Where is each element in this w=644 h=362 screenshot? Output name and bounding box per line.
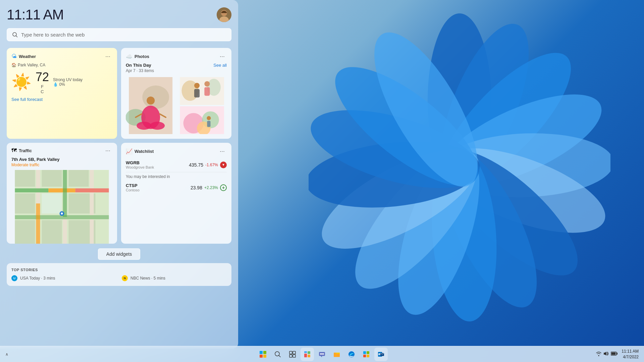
traffic-icon: 🗺 [11,147,17,154]
stock-ticker-wgrb: WGRB [126,160,154,165]
stock-badge-pos-ctsp: + [220,184,227,191]
story-item-1[interactable]: N NBC News · 5 mins [122,275,227,281]
svg-rect-78 [308,351,310,354]
battery-icon[interactable] [611,351,618,357]
weather-description: Strong UV today [53,77,83,82]
search-placeholder: Type here to search the web [21,32,85,38]
store-button[interactable] [360,348,373,361]
time-display: 11:11 AM [7,7,63,23]
search-icon [12,32,18,38]
svg-point-83 [321,353,323,355]
chat-button[interactable] [315,348,329,361]
svg-rect-97 [616,353,618,355]
stock-ticker-ctsp: CTSP [126,183,140,188]
weather-details: Strong UV today 💧 0% [53,77,83,87]
svg-rect-63 [36,203,40,244]
start-button[interactable] [256,348,270,361]
stock-name-ctsp: Contoso [126,188,140,192]
nbc-news-icon: N [122,275,128,281]
photos-icon: ☁️ [126,53,132,60]
forecast-link[interactable]: See full forecast [11,97,112,102]
sun-icon: ☀️ [11,73,32,92]
watchlist-icon: 📈 [126,148,132,155]
watchlist-widget: 📈 Watchlist ··· WGRB Woodgrove Bank 435.… [121,143,231,244]
svg-rect-89 [363,355,366,357]
file-explorer-button[interactable] [330,348,343,361]
photos-widget-header: ☁️ Photos ··· [126,53,227,60]
taskbar-clock[interactable]: 11:11 AM 4/7/2022 [622,349,639,360]
traffic-address: 7th Ave SB, Park Valley [11,157,112,162]
svg-rect-47 [69,170,89,187]
traffic-header: 🗺 Traffic ··· 7th Ave SB, Park Valley Mo… [7,143,117,170]
traffic-more-button[interactable]: ··· [103,147,112,154]
photos-onthisday-row: On This Day Apr 7 · 33 items See all [126,63,227,76]
add-widgets-button[interactable]: Add widgets [98,248,140,260]
volume-icon[interactable] [603,351,609,357]
stock-price-ctsp: 23.98 [191,185,202,190]
svg-rect-59 [15,188,49,192]
photo-cell-2[interactable] [177,77,227,105]
wifi-icon[interactable] [596,351,601,357]
svg-rect-64 [63,170,67,217]
taskbar-left: ∧ [5,352,8,357]
widgets-button[interactable] [301,348,314,361]
user-avatar[interactable] [217,7,231,22]
photos-more-button[interactable]: ··· [218,53,227,60]
system-tray-expand[interactable]: ∧ [5,352,8,357]
interested-label: You may be interested in [126,172,227,180]
svg-marker-95 [604,352,606,356]
svg-rect-60 [49,188,75,192]
svg-rect-76 [293,355,296,357]
source-name-0: USA Today · 3 mins [20,276,55,281]
svg-point-29 [137,122,151,130]
svg-rect-61 [75,188,109,192]
svg-rect-75 [289,355,292,357]
weather-main: ☀️ 72 F C Strong UV today 💧 0% [11,70,112,94]
svg-point-23 [142,85,169,109]
svg-rect-51 [15,220,35,244]
svg-rect-87 [363,351,366,354]
source-name-1: NBC News · 5 mins [130,276,165,281]
svg-rect-98 [611,353,616,355]
weather-more-button[interactable]: ··· [103,53,112,60]
svg-point-30 [150,122,165,130]
stock-price-wgrb: 435.75 [189,162,203,168]
weather-location: 🏠 Park Valley, CA [11,63,112,67]
add-widgets-container: Add widgets [7,248,231,260]
outlook-button[interactable]: O [374,348,388,361]
svg-point-25 [147,97,155,105]
weather-unit: F C [36,84,49,94]
svg-point-82 [320,353,321,355]
watchlist-more-button[interactable]: ··· [218,147,227,155]
clock-date: 4/7/2022 [622,354,639,360]
weather-widget: 🌤 Weather ··· 🏠 Park Valley, CA ☀️ 72 F … [7,48,117,139]
svg-point-66 [61,213,63,215]
top-stories-section: TOP STORIES U USA Today · 3 mins N NBC N… [7,263,231,286]
svg-line-72 [279,355,280,357]
stock-item-ctsp[interactable]: CTSP Contoso 23.98 +2.23% + [126,180,227,195]
photo-cell-3[interactable] [177,106,227,134]
stock-change-ctsp: +2.23% [204,185,218,190]
watchlist-title-row: 📈 Watchlist [126,148,154,155]
stock-item-wgrb[interactable]: WGRB Woodgrove Bank 435.75 -1.67% ▼ [126,158,227,172]
edge-button[interactable] [345,348,358,361]
taskbar: ∧ [0,346,644,362]
story-item-0[interactable]: U USA Today · 3 mins [11,275,116,281]
svg-rect-70 [263,355,266,358]
svg-rect-80 [308,355,310,357]
svg-rect-90 [367,355,369,357]
weather-temperature: 72 [36,70,49,84]
watchlist-widget-header: 📈 Watchlist ··· [126,147,227,155]
photo-cell-1[interactable] [126,77,176,134]
photos-section-title: On This Day [126,63,154,68]
photos-meta: Apr 7 · 33 items [126,68,154,73]
task-view-button[interactable] [286,348,299,361]
taskbar-search-button[interactable] [271,348,284,361]
svg-rect-49 [42,193,62,214]
search-bar[interactable]: Type here to search the web [7,28,231,41]
see-all-link[interactable]: See all [213,63,227,68]
svg-text:O: O [379,354,380,355]
traffic-map[interactable] [7,170,117,244]
svg-rect-48 [15,193,35,214]
weather-title-row: 🌤 Weather [11,53,36,59]
